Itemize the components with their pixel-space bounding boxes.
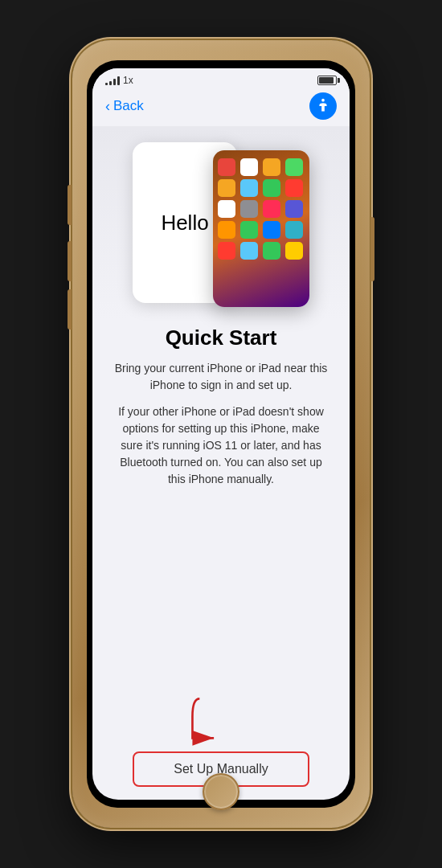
description-1: Bring your current iPhone or iPad near t… bbox=[112, 360, 330, 394]
app-icon bbox=[263, 242, 280, 260]
action-area: Set Up Manually bbox=[92, 488, 350, 800]
signal-bars-icon bbox=[105, 76, 120, 85]
app-icon bbox=[218, 179, 235, 197]
phone-screen: 1x ‹ Back bbox=[92, 68, 350, 800]
app-icon bbox=[285, 221, 303, 239]
text-content: Quick Start Bring your current iPhone or… bbox=[92, 326, 350, 488]
app-icon bbox=[285, 158, 303, 176]
hello-text: Hello bbox=[161, 211, 208, 235]
app-icon bbox=[240, 221, 258, 239]
app-icon bbox=[285, 179, 303, 197]
app-icon bbox=[263, 221, 280, 239]
battery-icon bbox=[317, 76, 337, 85]
back-chevron-icon: ‹ bbox=[105, 98, 110, 115]
app-icon bbox=[218, 200, 235, 218]
app-icon bbox=[218, 221, 235, 239]
battery-fill bbox=[319, 77, 334, 84]
phone-device: 1x ‹ Back bbox=[72, 40, 370, 828]
app-icon bbox=[263, 200, 280, 218]
back-button[interactable]: ‹ Back bbox=[105, 98, 144, 115]
page-title: Quick Start bbox=[112, 326, 330, 350]
accessibility-button[interactable] bbox=[309, 92, 337, 120]
back-label: Back bbox=[113, 98, 144, 114]
app-icon bbox=[218, 158, 235, 176]
app-icon bbox=[240, 242, 258, 260]
home-button[interactable] bbox=[203, 773, 239, 810]
app-grid bbox=[218, 158, 305, 260]
status-bar: 1x bbox=[92, 68, 350, 89]
app-icon bbox=[240, 200, 258, 218]
app-grid-phone bbox=[213, 150, 309, 307]
signal-area: 1x bbox=[105, 75, 133, 86]
nav-bar: ‹ Back bbox=[92, 89, 350, 126]
app-icon bbox=[240, 179, 258, 197]
app-icon bbox=[285, 242, 303, 260]
illustration: Hello bbox=[92, 126, 350, 319]
arrow-container bbox=[92, 695, 350, 760]
carrier-text: 1x bbox=[123, 75, 133, 86]
svg-point-0 bbox=[321, 99, 325, 102]
app-icon bbox=[263, 158, 280, 176]
app-icon bbox=[218, 242, 235, 260]
app-icon bbox=[263, 179, 280, 197]
description-2: If your other iPhone or iPad doesn't sho… bbox=[112, 403, 330, 488]
app-icon bbox=[240, 158, 258, 176]
battery-area bbox=[317, 76, 337, 85]
arrow-icon bbox=[173, 695, 269, 760]
screen-border: 1x ‹ Back bbox=[87, 60, 355, 808]
app-icon bbox=[285, 200, 303, 218]
accessibility-icon bbox=[314, 97, 332, 115]
